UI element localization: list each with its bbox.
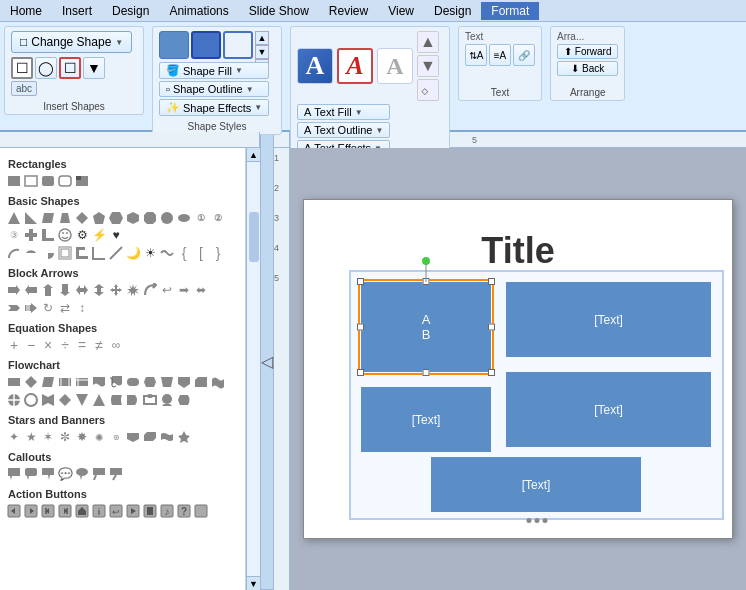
fc-tape[interactable] bbox=[210, 374, 226, 390]
handle-bl[interactable] bbox=[357, 369, 364, 376]
fc-sort[interactable] bbox=[57, 392, 73, 408]
shape-num1[interactable]: ① bbox=[193, 210, 209, 226]
fc-sumjunc[interactable] bbox=[6, 392, 22, 408]
arrow-u[interactable] bbox=[40, 282, 56, 298]
ab-doc[interactable] bbox=[142, 503, 158, 519]
menu-animations[interactable]: Animations bbox=[159, 2, 238, 20]
shape-oval[interactable] bbox=[176, 210, 192, 226]
edit-text-btn[interactable]: abc bbox=[11, 81, 37, 96]
arrow-double[interactable]: ⬌ bbox=[193, 282, 209, 298]
shape-lightning[interactable]: ⚡ bbox=[91, 227, 107, 243]
fc-data[interactable] bbox=[40, 374, 56, 390]
shape-corner[interactable] bbox=[91, 245, 107, 261]
shape-trap[interactable] bbox=[57, 210, 73, 226]
shape-pentagon[interactable] bbox=[91, 210, 107, 226]
star-ribbon2[interactable] bbox=[142, 429, 158, 445]
arrow-circle[interactable]: ↻ bbox=[40, 300, 56, 316]
shape-brace-open[interactable]: { bbox=[176, 245, 192, 261]
shape-arc[interactable] bbox=[6, 245, 22, 261]
shape-chord[interactable] bbox=[23, 245, 39, 261]
ab-back[interactable] bbox=[6, 503, 22, 519]
eq-inf[interactable]: ∞ bbox=[108, 337, 124, 353]
shape-halfframe[interactable] bbox=[74, 245, 90, 261]
shape-para[interactable] bbox=[40, 210, 56, 226]
fc-prep[interactable] bbox=[142, 374, 158, 390]
eq-mult[interactable]: × bbox=[40, 337, 56, 353]
text-direction-btn[interactable]: ⇅A bbox=[465, 44, 487, 66]
callout-line2[interactable] bbox=[108, 466, 124, 482]
resize-dot1[interactable] bbox=[526, 518, 531, 523]
shape-rect4[interactable] bbox=[57, 173, 73, 189]
shape-diag[interactable] bbox=[108, 245, 124, 261]
shape-gear[interactable]: ⚙ bbox=[74, 227, 90, 243]
arrow-d[interactable] bbox=[57, 282, 73, 298]
arrow-s[interactable]: ⇄ bbox=[57, 300, 73, 316]
arrow-lr[interactable] bbox=[74, 282, 90, 298]
handle-br[interactable] bbox=[488, 369, 495, 376]
fc-delay[interactable] bbox=[125, 392, 141, 408]
text-link-btn[interactable]: 🔗 bbox=[513, 44, 535, 66]
shape-rect1[interactable] bbox=[6, 173, 22, 189]
arrow-r2[interactable]: ➡ bbox=[176, 282, 192, 298]
shape-pie[interactable] bbox=[40, 245, 56, 261]
star-24[interactable]: ⊛ bbox=[108, 429, 124, 445]
arrow-starburst[interactable] bbox=[125, 282, 141, 298]
shape-wave[interactable] bbox=[159, 245, 175, 261]
smartart-box-4[interactable]: [Text] bbox=[506, 372, 711, 447]
smartart-box-1[interactable]: A B bbox=[361, 282, 491, 372]
scroll-thumb[interactable] bbox=[249, 212, 259, 262]
ab-beginning[interactable] bbox=[40, 503, 56, 519]
callout-line1[interactable] bbox=[91, 466, 107, 482]
shape-diamond[interactable] bbox=[74, 210, 90, 226]
eq-div[interactable]: ÷ bbox=[57, 337, 73, 353]
callout-rcorner[interactable] bbox=[23, 466, 39, 482]
fc-term[interactable] bbox=[125, 374, 141, 390]
fc-decision[interactable] bbox=[23, 374, 39, 390]
ab-forward[interactable] bbox=[23, 503, 39, 519]
menu-insert[interactable]: Insert bbox=[52, 2, 102, 20]
shape-smiley[interactable] bbox=[57, 227, 73, 243]
shape-num2[interactable]: ② bbox=[210, 210, 226, 226]
shape-outline-btn[interactable]: ▫ Shape Outline ▼ bbox=[159, 81, 269, 97]
shape-sun[interactable]: ☀ bbox=[142, 245, 158, 261]
shape-rect-btn[interactable]: ☐ bbox=[11, 57, 33, 79]
text-align-btn[interactable]: ≡A bbox=[489, 44, 511, 66]
shape-l[interactable] bbox=[40, 227, 56, 243]
resize-dot2[interactable] bbox=[534, 518, 539, 523]
ab-end[interactable] bbox=[57, 503, 73, 519]
arrow-striped[interactable] bbox=[23, 300, 39, 316]
handle-mr[interactable] bbox=[488, 324, 495, 331]
arrow-notch[interactable] bbox=[6, 300, 22, 316]
arrange-forward-btn[interactable]: ⬆ Forward bbox=[557, 44, 618, 59]
shape-plus[interactable] bbox=[23, 227, 39, 243]
shape-rect5[interactable] bbox=[74, 173, 90, 189]
callout-cloud[interactable]: 💬 bbox=[57, 466, 73, 482]
menu-design2[interactable]: Design bbox=[424, 2, 481, 20]
shape-selected-btn[interactable]: ☐ bbox=[59, 57, 81, 79]
menu-view[interactable]: View bbox=[378, 2, 424, 20]
callout-rect[interactable] bbox=[6, 466, 22, 482]
eq-plus[interactable]: + bbox=[6, 337, 22, 353]
shape-moon[interactable]: 🌙 bbox=[125, 245, 141, 261]
star-8[interactable]: ✸ bbox=[74, 429, 90, 445]
fc-process[interactable] bbox=[6, 374, 22, 390]
arrow-ud[interactable] bbox=[91, 282, 107, 298]
shape-style-1[interactable] bbox=[159, 31, 189, 59]
eq-minus[interactable]: − bbox=[23, 337, 39, 353]
ab-return[interactable]: ↩ bbox=[108, 503, 124, 519]
handle-bm[interactable] bbox=[423, 369, 430, 376]
callout-oval[interactable] bbox=[74, 466, 90, 482]
smartart-box-3[interactable]: [Text] bbox=[361, 387, 491, 452]
shape-heart[interactable]: ♥ bbox=[108, 227, 124, 243]
menu-slideshow[interactable]: Slide Show bbox=[239, 2, 319, 20]
menu-design[interactable]: Design bbox=[102, 2, 159, 20]
shape-expand-btn[interactable]: ▼ bbox=[83, 57, 105, 79]
fc-display[interactable] bbox=[176, 392, 192, 408]
wordart-scroll-up[interactable]: ▲ bbox=[417, 31, 439, 53]
menu-format[interactable]: Format bbox=[481, 2, 539, 20]
arrow-l[interactable] bbox=[23, 282, 39, 298]
panel-scrollbar[interactable]: ▲ ▼ bbox=[246, 148, 260, 590]
fc-multidoc[interactable] bbox=[108, 374, 124, 390]
arrow-w[interactable]: ↕ bbox=[74, 300, 90, 316]
shape-oval-btn[interactable]: ◯ bbox=[35, 57, 57, 79]
